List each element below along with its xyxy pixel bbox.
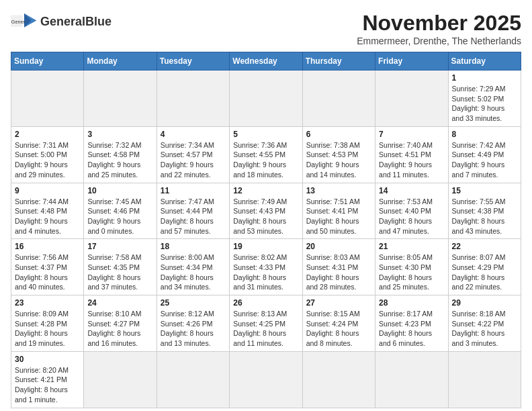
calendar-day-cell <box>157 71 229 127</box>
calendar-day-cell: 19Sunrise: 8:02 AM Sunset: 4:33 PM Dayli… <box>230 239 302 295</box>
day-info: Sunrise: 8:02 AM Sunset: 4:33 PM Dayligh… <box>233 253 298 292</box>
calendar-day-cell <box>230 351 302 408</box>
page-header: General GeneralBlue November 2025 Emmerm… <box>11 11 521 46</box>
calendar-day-cell: 11Sunrise: 7:47 AM Sunset: 4:44 PM Dayli… <box>157 183 229 239</box>
day-info: Sunrise: 7:32 AM Sunset: 4:58 PM Dayligh… <box>87 140 152 180</box>
calendar-day-cell <box>230 71 302 127</box>
day-info: Sunrise: 7:45 AM Sunset: 4:46 PM Dayligh… <box>87 197 152 236</box>
col-friday: Friday <box>375 52 448 71</box>
day-number: 5 <box>233 130 298 139</box>
calendar-day-cell: 22Sunrise: 8:07 AM Sunset: 4:29 PM Dayli… <box>448 239 521 295</box>
day-number: 28 <box>379 298 444 308</box>
calendar-day-cell: 2Sunrise: 7:31 AM Sunset: 5:00 PM Daylig… <box>11 126 84 183</box>
day-info: Sunrise: 8:20 AM Sunset: 4:21 PM Dayligh… <box>15 365 80 405</box>
day-number: 22 <box>452 242 517 251</box>
calendar-day-cell: 24Sunrise: 8:10 AM Sunset: 4:27 PM Dayli… <box>84 295 157 352</box>
calendar-day-cell <box>84 351 157 408</box>
calendar-day-cell: 16Sunrise: 7:56 AM Sunset: 4:37 PM Dayli… <box>11 239 84 295</box>
calendar-day-cell: 12Sunrise: 7:49 AM Sunset: 4:43 PM Dayli… <box>230 183 302 239</box>
calendar-day-cell <box>302 351 375 408</box>
calendar-day-cell: 1Sunrise: 7:29 AM Sunset: 5:02 PM Daylig… <box>448 71 521 127</box>
day-info: Sunrise: 7:47 AM Sunset: 4:44 PM Dayligh… <box>161 197 226 236</box>
day-number: 21 <box>379 242 444 251</box>
calendar-day-cell: 9Sunrise: 7:44 AM Sunset: 4:48 PM Daylig… <box>11 183 84 239</box>
calendar-day-cell: 23Sunrise: 8:09 AM Sunset: 4:28 PM Dayli… <box>11 295 84 352</box>
day-info: Sunrise: 7:34 AM Sunset: 4:57 PM Dayligh… <box>161 140 226 180</box>
calendar-table: Sunday Monday Tuesday Wednesday Thursday… <box>11 52 521 408</box>
day-info: Sunrise: 7:38 AM Sunset: 4:53 PM Dayligh… <box>306 140 371 180</box>
calendar-day-cell: 8Sunrise: 7:42 AM Sunset: 4:49 PM Daylig… <box>448 126 521 183</box>
day-number: 12 <box>233 186 298 195</box>
day-number: 19 <box>233 242 298 251</box>
day-number: 30 <box>15 355 80 364</box>
day-number: 11 <box>161 186 226 195</box>
calendar-week-row: 16Sunrise: 7:56 AM Sunset: 4:37 PM Dayli… <box>11 239 521 295</box>
day-number: 20 <box>306 242 371 251</box>
day-number: 18 <box>161 242 226 251</box>
day-info: Sunrise: 7:56 AM Sunset: 4:37 PM Dayligh… <box>15 253 80 292</box>
calendar-header-row: Sunday Monday Tuesday Wednesday Thursday… <box>11 52 521 71</box>
calendar-day-cell: 20Sunrise: 8:03 AM Sunset: 4:31 PM Dayli… <box>302 239 375 295</box>
calendar-day-cell: 15Sunrise: 7:55 AM Sunset: 4:38 PM Dayli… <box>448 183 521 239</box>
calendar-day-cell <box>84 71 157 127</box>
day-info: Sunrise: 8:00 AM Sunset: 4:34 PM Dayligh… <box>161 253 226 292</box>
col-thursday: Thursday <box>302 52 375 71</box>
col-sunday: Sunday <box>11 52 84 71</box>
day-number: 25 <box>161 298 226 308</box>
title-area: November 2025 Emmermeer, Drenthe, The Ne… <box>357 11 521 46</box>
day-number: 14 <box>379 186 444 195</box>
day-info: Sunrise: 8:15 AM Sunset: 4:24 PM Dayligh… <box>306 309 371 349</box>
day-number: 17 <box>87 242 152 251</box>
calendar-day-cell: 14Sunrise: 7:53 AM Sunset: 4:40 PM Dayli… <box>375 183 448 239</box>
calendar-day-cell: 3Sunrise: 7:32 AM Sunset: 4:58 PM Daylig… <box>84 126 157 183</box>
day-info: Sunrise: 7:55 AM Sunset: 4:38 PM Dayligh… <box>452 197 517 236</box>
col-tuesday: Tuesday <box>157 52 229 71</box>
day-info: Sunrise: 7:58 AM Sunset: 4:35 PM Dayligh… <box>87 253 152 292</box>
day-number: 1 <box>452 73 517 83</box>
day-number: 24 <box>87 298 152 308</box>
calendar-day-cell: 7Sunrise: 7:40 AM Sunset: 4:51 PM Daylig… <box>375 126 448 183</box>
day-number: 7 <box>379 130 444 139</box>
col-monday: Monday <box>84 52 157 71</box>
day-number: 8 <box>452 130 517 139</box>
calendar-week-row: 30Sunrise: 8:20 AM Sunset: 4:21 PM Dayli… <box>11 351 521 408</box>
calendar-day-cell: 21Sunrise: 8:05 AM Sunset: 4:30 PM Dayli… <box>375 239 448 295</box>
day-info: Sunrise: 7:31 AM Sunset: 5:00 PM Dayligh… <box>15 140 80 180</box>
day-info: Sunrise: 8:10 AM Sunset: 4:27 PM Dayligh… <box>87 309 152 349</box>
calendar-week-row: 23Sunrise: 8:09 AM Sunset: 4:28 PM Dayli… <box>11 295 521 352</box>
day-number: 29 <box>452 298 517 308</box>
day-info: Sunrise: 8:09 AM Sunset: 4:28 PM Dayligh… <box>15 309 80 349</box>
day-number: 4 <box>161 130 226 139</box>
day-number: 23 <box>15 298 80 308</box>
calendar-day-cell: 6Sunrise: 7:38 AM Sunset: 4:53 PM Daylig… <box>302 126 375 183</box>
calendar-day-cell <box>11 71 84 127</box>
logo-text: GeneralBlue <box>40 15 112 29</box>
calendar-week-row: 9Sunrise: 7:44 AM Sunset: 4:48 PM Daylig… <box>11 183 521 239</box>
day-info: Sunrise: 8:07 AM Sunset: 4:29 PM Dayligh… <box>452 253 517 292</box>
calendar-day-cell <box>375 351 448 408</box>
day-number: 16 <box>15 242 80 251</box>
day-info: Sunrise: 7:51 AM Sunset: 4:41 PM Dayligh… <box>306 197 371 236</box>
logo: General GeneralBlue <box>11 11 112 32</box>
calendar-day-cell <box>302 71 375 127</box>
calendar-day-cell <box>448 351 521 408</box>
day-info: Sunrise: 8:17 AM Sunset: 4:23 PM Dayligh… <box>379 309 444 349</box>
day-info: Sunrise: 8:12 AM Sunset: 4:26 PM Dayligh… <box>161 309 226 349</box>
day-number: 26 <box>233 298 298 308</box>
calendar-day-cell: 17Sunrise: 7:58 AM Sunset: 4:35 PM Dayli… <box>84 239 157 295</box>
calendar-day-cell <box>157 351 229 408</box>
day-info: Sunrise: 7:42 AM Sunset: 4:49 PM Dayligh… <box>452 140 517 180</box>
day-info: Sunrise: 7:40 AM Sunset: 4:51 PM Dayligh… <box>379 140 444 180</box>
calendar-day-cell: 10Sunrise: 7:45 AM Sunset: 4:46 PM Dayli… <box>84 183 157 239</box>
calendar-day-cell: 18Sunrise: 8:00 AM Sunset: 4:34 PM Dayli… <box>157 239 229 295</box>
day-number: 13 <box>306 186 371 195</box>
day-number: 10 <box>87 186 152 195</box>
day-info: Sunrise: 7:49 AM Sunset: 4:43 PM Dayligh… <box>233 197 298 236</box>
col-wednesday: Wednesday <box>230 52 302 71</box>
day-info: Sunrise: 7:44 AM Sunset: 4:48 PM Dayligh… <box>15 197 80 236</box>
day-info: Sunrise: 7:36 AM Sunset: 4:55 PM Dayligh… <box>233 140 298 180</box>
day-number: 2 <box>15 130 80 139</box>
day-number: 9 <box>15 186 80 195</box>
calendar-day-cell: 30Sunrise: 8:20 AM Sunset: 4:21 PM Dayli… <box>11 351 84 408</box>
day-info: Sunrise: 7:53 AM Sunset: 4:40 PM Dayligh… <box>379 197 444 236</box>
